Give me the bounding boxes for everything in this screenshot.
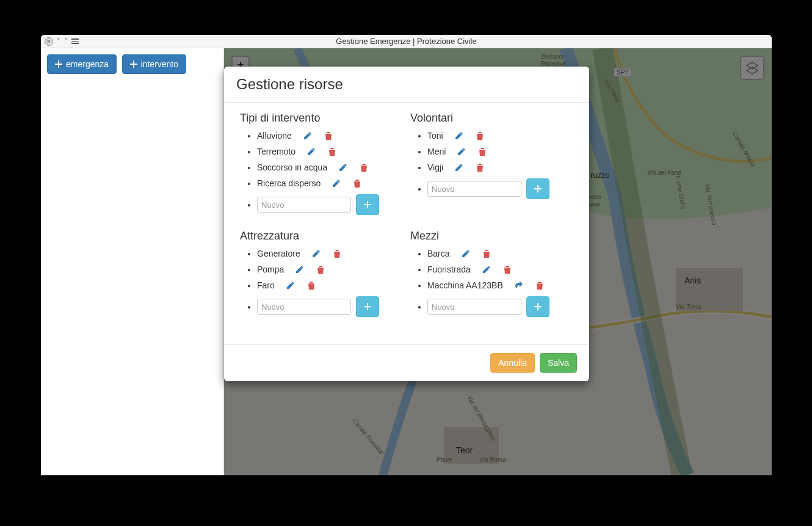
list-item: Vigji (427, 163, 573, 172)
trash-icon[interactable] (306, 280, 316, 290)
trash-icon[interactable] (332, 249, 342, 258)
save-button[interactable]: Salva (540, 353, 577, 373)
list-item: Alluvione (257, 131, 403, 141)
modal-footer: Annulla Salva (224, 344, 589, 381)
new-mezzo-input[interactable] (427, 299, 521, 315)
window-menu-icon[interactable] (71, 38, 79, 44)
trash-icon[interactable] (502, 265, 512, 274)
modal-title: Gestione risorse (236, 76, 577, 93)
modal-header: Gestione risorse (224, 67, 589, 103)
new-attrezzatura-input[interactable] (257, 299, 351, 315)
new-tipo-input[interactable] (257, 197, 351, 213)
trash-icon[interactable] (475, 163, 485, 172)
list-item: Generatore (257, 249, 403, 258)
list-item: Terremoto (257, 147, 403, 156)
window-close-icon[interactable]: ✕ (45, 37, 53, 46)
add-emergency-button[interactable]: emergenza (47, 54, 117, 74)
trash-icon[interactable] (352, 178, 362, 188)
plus-icon (364, 201, 371, 208)
list-item: Ricerca disperso (257, 178, 403, 188)
edit-icon[interactable] (338, 163, 348, 172)
window-title: Gestione Emergenze | Protezione Civile (41, 37, 772, 46)
list-item-new (257, 296, 403, 317)
list-item: Macchina AA123BB (427, 280, 573, 290)
plus-icon (364, 303, 371, 310)
list-item: Pompa (257, 265, 403, 274)
edit-icon[interactable] (461, 249, 471, 258)
trash-icon[interactable] (324, 131, 333, 141)
list-item: Meni (427, 147, 573, 156)
section-mezzi: Mezzi Barca Fuoristrada (407, 230, 577, 332)
section-attrezzatura: Attrezzatura Generatore Pompa (236, 230, 407, 332)
section-title: Mezzi (410, 230, 573, 243)
plus-icon (534, 185, 542, 192)
list-item: Toni (427, 131, 573, 141)
list-item: Fuoristrada (427, 265, 573, 274)
add-attrezzatura-button[interactable] (356, 296, 379, 317)
edit-icon[interactable] (303, 131, 313, 141)
list-item: Barca (427, 249, 573, 258)
edit-icon[interactable] (457, 147, 466, 156)
resources-modal: Gestione risorse Tipi di intervento Allu… (224, 67, 589, 381)
app-body: emergenza intervento + (41, 48, 772, 475)
trash-icon[interactable] (482, 249, 491, 258)
edit-icon[interactable] (295, 265, 305, 274)
list-item-new (257, 194, 403, 215)
trash-icon[interactable] (477, 147, 487, 156)
attrezzatura-list: Generatore Pompa Faro (240, 249, 403, 317)
plus-icon (55, 60, 62, 68)
item-label: Ricerca disperso (257, 178, 321, 188)
item-label: Barca (427, 249, 450, 258)
app-window: ✕ ˅ ˄ Gestione Emergenze | Protezione Ci… (41, 35, 772, 475)
mezzi-list: Barca Fuoristrada Macchina AA123BB (410, 249, 573, 317)
edit-icon[interactable] (286, 280, 295, 290)
trash-icon[interactable] (316, 265, 325, 274)
item-label: Pompa (257, 265, 284, 274)
trash-icon[interactable] (327, 147, 337, 156)
add-intervention-button[interactable]: intervento (122, 54, 186, 74)
modal-body: Tipi di intervento Alluvione Terremoto (224, 103, 589, 344)
item-label: Toni (427, 131, 443, 141)
section-title: Attrezzatura (240, 230, 403, 243)
list-item: Soccorso in acqua (257, 163, 403, 172)
share-icon[interactable] (514, 280, 524, 290)
item-label: Terremoto (257, 147, 295, 156)
item-label: Macchina AA123BB (427, 280, 503, 290)
section-volontari: Volontari Toni Meni Vi (407, 112, 577, 230)
plus-icon (130, 60, 137, 68)
trash-icon[interactable] (535, 280, 545, 290)
edit-icon[interactable] (454, 131, 464, 141)
tipi-list: Alluvione Terremoto Soccorso in acqua (240, 131, 403, 215)
item-label: Vigji (427, 163, 443, 172)
section-title: Tipi di intervento (240, 112, 403, 125)
edit-icon[interactable] (482, 265, 491, 274)
section-title: Volontari (410, 112, 573, 125)
add-volontario-button[interactable] (526, 178, 549, 199)
add-intervention-label: intervento (141, 59, 178, 69)
item-label: Fuoristrada (427, 265, 471, 274)
titlebar: ✕ ˅ ˄ Gestione Emergenze | Protezione Ci… (41, 35, 772, 48)
list-item: Faro (257, 280, 403, 290)
sidebar: emergenza intervento (41, 48, 224, 475)
trash-icon[interactable] (475, 131, 485, 141)
window-minimize-icon[interactable]: ˅ (57, 38, 60, 45)
trash-icon[interactable] (359, 163, 369, 172)
edit-icon[interactable] (306, 147, 316, 156)
list-item-new (427, 178, 573, 199)
edit-icon[interactable] (332, 178, 341, 188)
add-mezzo-button[interactable] (526, 296, 549, 317)
item-label: Soccorso in acqua (257, 163, 327, 172)
section-tipi: Tipi di intervento Alluvione Terremoto (236, 112, 407, 230)
item-label: Meni (427, 147, 446, 156)
window-maximize-icon[interactable]: ˄ (64, 38, 68, 45)
item-label: Alluvione (257, 131, 292, 141)
item-label: Faro (257, 280, 275, 290)
edit-icon[interactable] (454, 163, 464, 172)
volontari-list: Toni Meni Vigji (410, 131, 573, 199)
add-tipo-button[interactable] (356, 194, 379, 215)
add-emergency-label: emergenza (66, 59, 109, 69)
edit-icon[interactable] (311, 249, 321, 258)
cancel-button[interactable]: Annulla (490, 353, 535, 373)
new-volontario-input[interactable] (427, 181, 521, 197)
list-item-new (427, 296, 573, 317)
